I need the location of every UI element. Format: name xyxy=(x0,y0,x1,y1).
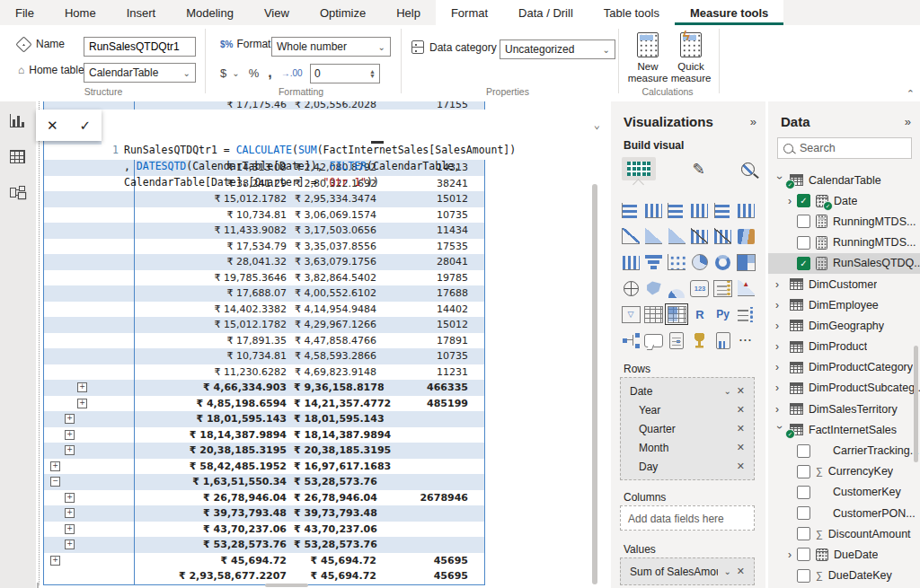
expand-icon[interactable]: + xyxy=(65,524,75,534)
collapse-pane-icon[interactable]: » xyxy=(905,115,911,128)
table-row[interactable]: +₹ 39,73,793.48₹ 39,73,793.48 xyxy=(44,505,484,522)
field-checkbox[interactable] xyxy=(797,548,810,561)
model-view-button[interactable] xyxy=(10,186,26,202)
tree-item-duedatekey[interactable]: ∑DueDateKey xyxy=(768,566,920,586)
remove-field-icon[interactable]: ✕ xyxy=(737,404,745,416)
format-visual-tab[interactable]: ✎ xyxy=(692,160,704,179)
ribbon-tab-file[interactable]: File xyxy=(0,0,49,25)
tree-item-dimcustomer[interactable]: ›DimCustomer xyxy=(768,274,920,294)
home-table-dropdown[interactable]: CalendarTable ⌄ xyxy=(84,63,196,83)
tree-item-dimsalesterritory[interactable]: ›DimSalesTerritory xyxy=(768,399,920,419)
field-chip-quarter[interactable]: Quarter✕ xyxy=(624,419,750,438)
table-view-button[interactable] xyxy=(10,150,26,166)
stacked-bar-chart-icon[interactable] xyxy=(620,200,641,220)
tree-item-runsalesqtdq-[interactable]: ✓RunSalesQTDQ... xyxy=(768,253,920,274)
field-checkbox[interactable]: ✓ xyxy=(797,194,810,207)
stacked-area-chart-icon[interactable] xyxy=(666,226,687,246)
canvas-horizontal-scrollbar[interactable] xyxy=(265,584,308,587)
ribbon-tab-optimize[interactable]: Optimize xyxy=(305,0,381,25)
tree-item-dimproductsubcateg-[interactable]: ›DimProductSubcateg... xyxy=(768,378,920,399)
metrics-icon[interactable] xyxy=(689,330,711,350)
search-input[interactable]: Search xyxy=(777,137,912,159)
ribbon-tab-format[interactable]: Format xyxy=(436,0,503,25)
expand-icon[interactable]: + xyxy=(50,461,60,471)
collapse-icon[interactable]: − xyxy=(50,477,60,487)
decimal-places-button[interactable]: →.00 xyxy=(281,68,303,78)
expand-icon[interactable]: › xyxy=(775,403,784,416)
expand-icon[interactable]: + xyxy=(65,493,75,503)
python-visual-icon[interactable]: Py xyxy=(712,304,734,324)
qa-visual-icon[interactable] xyxy=(643,330,665,350)
field-checkbox[interactable]: ✓ xyxy=(797,257,810,270)
ribbon-tab-help[interactable]: Help xyxy=(381,0,436,25)
ribbon-tab-insert[interactable]: Insert xyxy=(111,0,172,25)
table-row[interactable]: ₹ 2,93,58,677.2207₹ 45,694.7245695 xyxy=(44,568,484,584)
multi-row-card-icon[interactable] xyxy=(712,278,734,298)
table-row[interactable]: ₹ 15,012.1782₹ 4,29,967.126615012 xyxy=(44,317,484,333)
tree-item-calendartable[interactable]: ›✓CalendarTable xyxy=(768,170,920,190)
decomposition-tree-icon[interactable] xyxy=(620,330,641,350)
rows-well[interactable]: Date⌄✕Year✕Quarter✕Month✕Day✕ xyxy=(620,377,755,480)
tree-item-customerkey[interactable]: CustomerKey xyxy=(768,482,920,503)
expand-icon[interactable]: + xyxy=(50,556,60,566)
table-row[interactable]: +₹ 43,70,237.06₹ 43,70,237.06 xyxy=(44,522,484,538)
field-checkbox[interactable] xyxy=(797,215,810,228)
formula-bar-expand-chevron-icon[interactable]: ⌄ xyxy=(594,117,600,133)
expand-icon[interactable]: + xyxy=(65,414,75,424)
table-row[interactable]: +₹ 18,01,595.143₹ 18,01,595.143 xyxy=(44,411,484,427)
donut-chart-icon[interactable] xyxy=(712,252,734,272)
clustered-column-chart-icon[interactable] xyxy=(689,200,711,220)
expand-icon[interactable]: › xyxy=(775,278,784,291)
thousands-separator-button[interactable]: , xyxy=(268,65,271,81)
data-category-dropdown[interactable]: Uncategorized ⌄ xyxy=(500,39,615,59)
line-and-stacked-column-chart-icon[interactable] xyxy=(689,226,711,246)
expand-icon[interactable]: › xyxy=(775,340,784,353)
area-chart-icon[interactable] xyxy=(643,226,665,246)
slicer-new-icon[interactable] xyxy=(735,304,756,324)
table-row[interactable]: ₹ 11,230.6282₹ 4,69,823.914811231 xyxy=(44,364,484,381)
field-chip-date[interactable]: Date⌄✕ xyxy=(624,382,750,400)
collapse-icon[interactable]: › xyxy=(774,426,786,434)
decimal-places-spinner[interactable]: 0 ▲▼ xyxy=(310,64,380,83)
more-visuals-icon[interactable]: ··· xyxy=(735,330,756,350)
tree-item-carriertracking-[interactable]: CarrierTracking... xyxy=(768,440,920,461)
remove-field-icon[interactable]: ✕ xyxy=(737,442,745,453)
measure-name-input[interactable] xyxy=(84,37,196,57)
remove-field-icon[interactable]: ✕ xyxy=(737,566,745,577)
commit-formula-button[interactable]: ✓ xyxy=(79,118,91,134)
table-row[interactable]: +₹ 53,28,573.76₹ 53,28,573.76 xyxy=(44,537,484,553)
chevron-down-icon[interactable]: ⌄ xyxy=(723,566,730,576)
collapse-icon[interactable]: › xyxy=(774,176,786,185)
expand-icon[interactable]: › xyxy=(775,382,784,394)
field-checkbox[interactable] xyxy=(797,486,810,499)
table-row[interactable]: +₹ 4,66,334.903₹ 9,36,158.8178466335 xyxy=(44,380,484,396)
tree-item-currencykey[interactable]: ∑CurrencyKey xyxy=(768,461,920,482)
tree-item-duedate[interactable]: ›DueDate xyxy=(768,544,920,565)
ribbon-tab-data-drill[interactable]: Data / Drill xyxy=(503,0,588,25)
r-script-visual-icon[interactable]: R xyxy=(689,304,711,324)
new-measure-button[interactable]: New measure xyxy=(624,32,672,84)
waterfall-chart-icon[interactable] xyxy=(620,252,641,272)
tree-item-customerpon-[interactable]: CustomerPON... xyxy=(768,503,920,523)
expand-icon[interactable]: + xyxy=(77,382,87,392)
remove-field-icon[interactable]: ✕ xyxy=(737,423,745,434)
currency-format-button[interactable]: $ ⌄ xyxy=(220,66,240,80)
tree-item-runningmtds-[interactable]: RunningMTDS... xyxy=(768,211,920,232)
ribbon-tab-modeling[interactable]: Modeling xyxy=(171,0,249,25)
expand-icon[interactable]: + xyxy=(65,445,75,455)
table-row[interactable]: ₹ 28,041.32₹ 3,63,079.175628041 xyxy=(44,254,484,270)
field-checkbox[interactable] xyxy=(797,506,810,520)
filled-map-icon[interactable] xyxy=(643,278,665,298)
gauge-icon[interactable] xyxy=(666,278,687,298)
expand-icon[interactable]: + xyxy=(65,508,75,518)
analytics-tab[interactable] xyxy=(741,162,755,176)
remove-field-icon[interactable]: ✕ xyxy=(737,461,745,472)
ribbon-tab-table-tools[interactable]: Table tools xyxy=(588,0,675,25)
ribbon-collapse-chevron-icon[interactable]: ⌃ xyxy=(907,88,915,100)
ribbon-tab-measure-tools[interactable]: Measure tools xyxy=(675,0,783,25)
remove-field-icon[interactable]: ✕ xyxy=(737,385,745,397)
table-row[interactable]: +₹ 18,14,387.9894₹ 18,14,387.9894 xyxy=(44,427,484,443)
table-row[interactable]: ₹ 14,402.3382₹ 4,14,954.948414402 xyxy=(44,302,484,318)
table-row[interactable]: +₹ 4,85,198.6594₹ 14,21,357.4772485199 xyxy=(44,396,484,412)
field-chip-year[interactable]: Year✕ xyxy=(624,400,750,419)
